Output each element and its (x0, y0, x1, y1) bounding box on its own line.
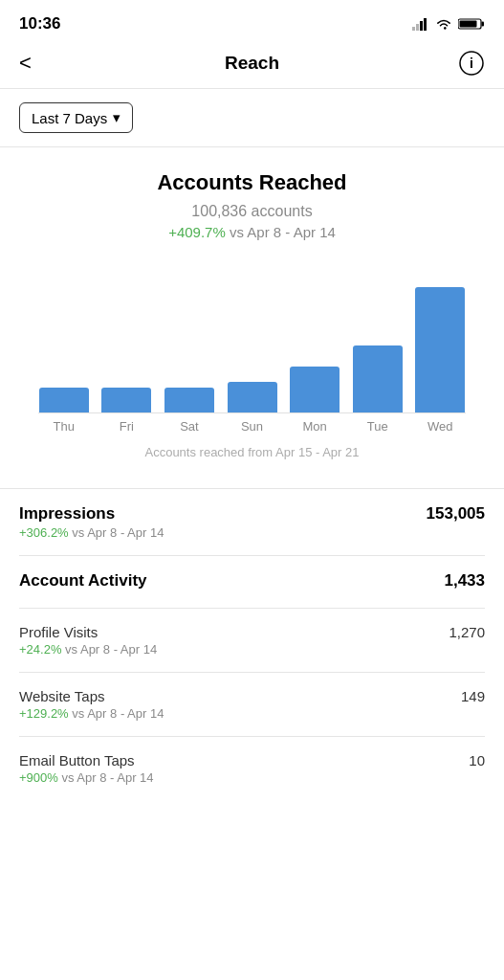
signal-icon (412, 17, 429, 31)
section-title: Accounts Reached (19, 170, 485, 195)
stat-change-positive-profile-visits: +24.2% (19, 642, 61, 657)
chart-label-sat: Sat (158, 419, 221, 434)
filter-bar: Last 7 Days ▾ (0, 89, 504, 147)
bar-wrapper-sat (158, 388, 221, 412)
status-time: 10:36 (19, 14, 60, 33)
stat-change-positive-website-taps: +129.2% (19, 706, 69, 721)
chevron-down-icon: ▾ (113, 109, 121, 126)
stat-row-website-taps: Website Taps149+129.2% vs Apr 8 - Apr 14 (19, 673, 485, 737)
stat-value-impressions: 153,005 (427, 504, 485, 523)
bar-fri (101, 388, 151, 412)
stat-label-website-taps: Website Taps (19, 688, 105, 704)
info-icon: i (458, 50, 485, 77)
stat-change-email-button-taps: +900% vs Apr 8 - Apr 14 (19, 770, 485, 785)
chart-label-wed: Wed (408, 419, 471, 434)
stat-header-impressions: Impressions153,005 (19, 504, 485, 523)
stat-row-email-button-taps: Email Button Taps10+900% vs Apr 8 - Apr … (19, 737, 485, 800)
stat-value-website-taps: 149 (461, 688, 485, 704)
bar-wrapper-thu (33, 388, 96, 412)
stat-change-website-taps: +129.2% vs Apr 8 - Apr 14 (19, 706, 485, 721)
stat-value-account-activity: 1,433 (444, 571, 485, 590)
stat-row-account-activity: Account Activity1,433 (19, 556, 485, 609)
bar-wrapper-sun (221, 382, 284, 412)
status-bar: 10:36 (0, 0, 504, 42)
chart-label-mon: Mon (283, 419, 346, 434)
bar-wrapper-wed (408, 287, 471, 412)
battery-icon (458, 17, 485, 31)
accounts-change-positive: +409.7% (168, 224, 226, 240)
bar-tue (353, 345, 403, 412)
stat-change-positive-email-button-taps: +900% (19, 770, 58, 785)
stat-change-positive-impressions: +306.2% (19, 525, 69, 540)
info-button[interactable]: i (443, 50, 485, 77)
chart-label-tue: Tue (346, 419, 409, 434)
stat-change-impressions: +306.2% vs Apr 8 - Apr 14 (19, 525, 485, 540)
chart-label-fri: Fri (96, 419, 159, 434)
date-range-dropdown[interactable]: Last 7 Days ▾ (19, 102, 133, 133)
stats-section: Impressions153,005+306.2% vs Apr 8 - Apr… (0, 489, 504, 800)
chart-labels: ThuFriSatSunMonTueWed (29, 413, 475, 434)
bar-sat (164, 388, 214, 412)
stat-label-profile-visits: Profile Visits (19, 624, 98, 640)
stat-row-impressions: Impressions153,005+306.2% vs Apr 8 - Apr… (19, 489, 485, 556)
svg-rect-2 (420, 21, 423, 31)
bar-sun (228, 382, 277, 412)
svg-rect-5 (482, 22, 485, 27)
svg-rect-1 (416, 24, 419, 31)
stat-change-profile-visits: +24.2% vs Apr 8 - Apr 14 (19, 642, 485, 657)
chart-label-sun: Sun (221, 419, 284, 434)
stat-change-suffix-profile-visits: vs Apr 8 - Apr 14 (61, 642, 157, 657)
stat-row-profile-visits: Profile Visits1,270+24.2% vs Apr 8 - Apr… (19, 609, 485, 673)
bar-wrapper-mon (283, 367, 346, 412)
stat-change-suffix-impressions: vs Apr 8 - Apr 14 (69, 525, 164, 540)
stat-header-website-taps: Website Taps149 (19, 688, 485, 704)
chart-caption: Accounts reached from Apr 15 - Apr 21 (19, 437, 485, 479)
bar-chart: ThuFriSatSunMonTueWed (19, 259, 485, 434)
stat-label-impressions: Impressions (19, 504, 115, 523)
stat-change-suffix-website-taps: vs Apr 8 - Apr 14 (69, 706, 164, 721)
date-range-label: Last 7 Days (32, 110, 107, 126)
stat-header-account-activity: Account Activity1,433 (19, 571, 485, 590)
svg-rect-6 (460, 21, 477, 28)
stat-header-profile-visits: Profile Visits1,270 (19, 624, 485, 640)
svg-text:i: i (470, 56, 473, 71)
stat-label-email-button-taps: Email Button Taps (19, 752, 135, 768)
chart-bars-container (29, 259, 475, 412)
accounts-change: +409.7% vs Apr 8 - Apr 14 (19, 224, 485, 240)
status-icons (412, 17, 485, 31)
accounts-reached-section: Accounts Reached 100,836 accounts +409.7… (0, 147, 504, 489)
bar-wrapper-fri (96, 388, 159, 412)
stat-header-email-button-taps: Email Button Taps10 (19, 752, 485, 768)
back-button[interactable]: < (19, 51, 61, 76)
bar-mon (290, 367, 340, 412)
svg-rect-0 (412, 27, 415, 31)
page-title: Reach (225, 53, 279, 74)
wifi-icon (435, 17, 452, 31)
stat-label-account-activity: Account Activity (19, 571, 147, 590)
bar-wed (415, 287, 465, 412)
accounts-change-suffix: vs Apr 8 - Apr 14 (226, 224, 336, 240)
bar-wrapper-tue (346, 345, 409, 412)
chart-label-thu: Thu (33, 419, 96, 434)
stat-value-profile-visits: 1,270 (449, 624, 485, 640)
nav-bar: < Reach i (0, 42, 504, 89)
svg-rect-3 (424, 18, 427, 31)
accounts-count: 100,836 accounts (19, 203, 485, 220)
stat-value-email-button-taps: 10 (469, 752, 485, 768)
stat-change-suffix-email-button-taps: vs Apr 8 - Apr 14 (58, 770, 154, 785)
bar-thu (39, 388, 89, 412)
